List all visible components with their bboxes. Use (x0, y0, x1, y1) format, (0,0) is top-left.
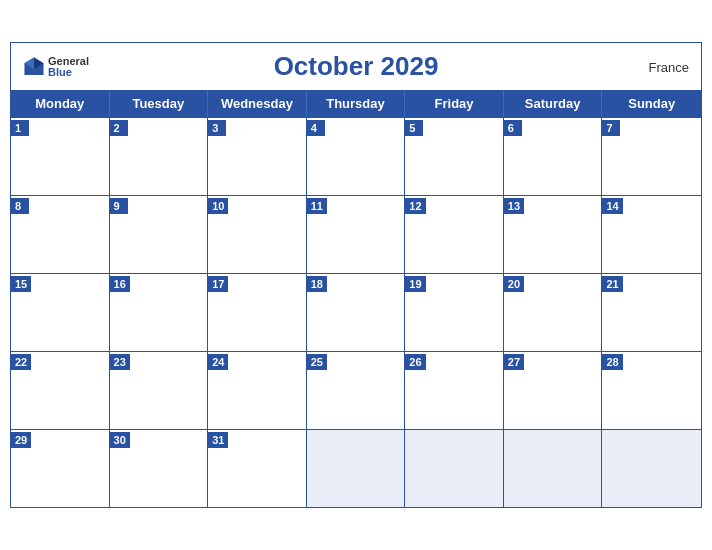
day-header-sunday: Sunday (602, 90, 701, 117)
day-header-monday: Monday (11, 90, 110, 117)
day-cell-23: 23 (110, 351, 209, 429)
day-header-wednesday: Wednesday (208, 90, 307, 117)
day-number: 20 (504, 276, 524, 292)
calendar-title: October 2029 (274, 51, 439, 82)
day-cell-16: 16 (110, 273, 209, 351)
day-cell-9: 9 (110, 195, 209, 273)
day-cell-empty-4-5 (504, 429, 603, 507)
day-cell-11: 11 (307, 195, 406, 273)
day-number: 19 (405, 276, 425, 292)
day-cell-28: 28 (602, 351, 701, 429)
day-cell-20: 20 (504, 273, 603, 351)
day-cell-empty-4-3 (307, 429, 406, 507)
day-cell-8: 8 (11, 195, 110, 273)
day-number: 17 (208, 276, 228, 292)
day-cell-3: 3 (208, 117, 307, 195)
country-label: France (649, 59, 689, 74)
day-number: 11 (307, 198, 327, 214)
day-cell-15: 15 (11, 273, 110, 351)
day-number: 29 (11, 432, 31, 448)
day-cell-30: 30 (110, 429, 209, 507)
logo-text: General Blue (48, 56, 89, 78)
day-number: 15 (11, 276, 31, 292)
day-number: 16 (110, 276, 130, 292)
logo-blue: Blue (48, 67, 89, 78)
day-number: 12 (405, 198, 425, 214)
day-number: 8 (11, 198, 29, 214)
day-number: 28 (602, 354, 622, 370)
day-cell-1: 1 (11, 117, 110, 195)
day-cell-25: 25 (307, 351, 406, 429)
day-cell-21: 21 (602, 273, 701, 351)
day-cell-31: 31 (208, 429, 307, 507)
day-number: 30 (110, 432, 130, 448)
day-cell-18: 18 (307, 273, 406, 351)
day-number: 13 (504, 198, 524, 214)
day-number: 14 (602, 198, 622, 214)
day-number: 21 (602, 276, 622, 292)
day-cell-6: 6 (504, 117, 603, 195)
day-number: 6 (504, 120, 522, 136)
day-number: 3 (208, 120, 226, 136)
day-cell-24: 24 (208, 351, 307, 429)
day-cell-27: 27 (504, 351, 603, 429)
day-header-thursday: Thursday (307, 90, 406, 117)
day-header-saturday: Saturday (504, 90, 603, 117)
day-number: 9 (110, 198, 128, 214)
day-cell-4: 4 (307, 117, 406, 195)
day-cell-19: 19 (405, 273, 504, 351)
day-cell-26: 26 (405, 351, 504, 429)
day-number: 27 (504, 354, 524, 370)
calendar-header: General Blue October 2029 France (11, 43, 701, 90)
day-cell-empty-4-6 (602, 429, 701, 507)
logo-icon (23, 56, 45, 78)
days-header: MondayTuesdayWednesdayThursdayFridaySatu… (11, 90, 701, 117)
calendar: General Blue October 2029 France MondayT… (10, 42, 702, 508)
day-number: 1 (11, 120, 29, 136)
day-number: 23 (110, 354, 130, 370)
day-cell-10: 10 (208, 195, 307, 273)
day-cell-5: 5 (405, 117, 504, 195)
day-number: 22 (11, 354, 31, 370)
day-cell-13: 13 (504, 195, 603, 273)
day-cell-22: 22 (11, 351, 110, 429)
day-cell-7: 7 (602, 117, 701, 195)
day-cell-29: 29 (11, 429, 110, 507)
day-number: 26 (405, 354, 425, 370)
day-cell-17: 17 (208, 273, 307, 351)
day-number: 5 (405, 120, 423, 136)
day-number: 10 (208, 198, 228, 214)
day-number: 2 (110, 120, 128, 136)
calendar-grid: 1234567891011121314151617181920212223242… (11, 117, 701, 507)
day-number: 25 (307, 354, 327, 370)
day-number: 18 (307, 276, 327, 292)
day-number: 31 (208, 432, 228, 448)
day-number: 24 (208, 354, 228, 370)
day-cell-empty-4-4 (405, 429, 504, 507)
day-cell-12: 12 (405, 195, 504, 273)
day-header-tuesday: Tuesday (110, 90, 209, 117)
day-cell-2: 2 (110, 117, 209, 195)
day-header-friday: Friday (405, 90, 504, 117)
logo: General Blue (23, 56, 89, 78)
day-number: 4 (307, 120, 325, 136)
day-number: 7 (602, 120, 620, 136)
day-cell-14: 14 (602, 195, 701, 273)
